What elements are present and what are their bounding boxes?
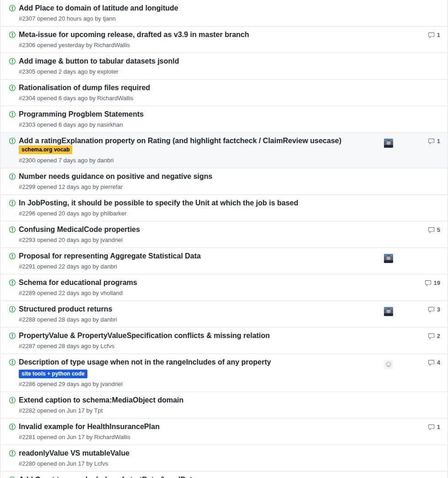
open-issue-icon bbox=[9, 423, 19, 430]
issue-row: In JobPosting, it should be possible to … bbox=[0, 194, 448, 221]
issue-author-link[interactable]: tjann bbox=[103, 15, 116, 22]
issue-title-link[interactable]: Rationalisation of dump files required bbox=[19, 84, 150, 91]
issue-meta: #2296 opened 20 days ago by philbarker bbox=[19, 210, 372, 217]
issue-state-cell bbox=[0, 252, 19, 270]
issue-title-line: Proposal for representing Aggregate Stat… bbox=[19, 252, 372, 261]
issue-row: Confusing MedicalCode properties #2293 o… bbox=[0, 221, 448, 247]
comments-link[interactable]: 3 bbox=[428, 306, 440, 313]
issue-main: Meta-issue for upcoming release, drafted… bbox=[19, 30, 372, 49]
issue-title-line: Description of type usage when not in th… bbox=[19, 358, 372, 378]
issue-title-link[interactable]: PropertyValue & PropertyValueSpecificati… bbox=[19, 332, 270, 339]
comment-icon bbox=[428, 359, 435, 366]
comments-link[interactable]: 1 bbox=[428, 32, 440, 39]
issue-number: #2299 bbox=[19, 183, 35, 190]
comments-link[interactable]: 2 bbox=[428, 333, 440, 340]
issue-title-line: Meta-issue for upcoming release, drafted… bbox=[19, 30, 372, 39]
comment-count: 2 bbox=[437, 333, 440, 340]
issue-title-link[interactable]: Proposal for representing Aggregate Stat… bbox=[19, 252, 201, 260]
issue-author-link[interactable]: Lcfvs bbox=[94, 460, 108, 467]
issue-author-link[interactable]: RichardWallis bbox=[94, 42, 130, 48]
open-issue-icon bbox=[9, 359, 19, 366]
issue-row: Add Grant to rangeIncludes of startDate … bbox=[0, 471, 448, 478]
issue-state-cell bbox=[0, 110, 19, 129]
issue-number: #2296 bbox=[19, 210, 35, 217]
issue-author-link[interactable]: pierrefar bbox=[101, 183, 123, 190]
issue-title-link[interactable]: Invalid example for HealthInsurancePlan bbox=[19, 423, 160, 430]
danbri-avatar-image[interactable] bbox=[384, 254, 393, 263]
issue-author-link[interactable]: danbri bbox=[101, 263, 117, 270]
issue-author-link[interactable]: exploter bbox=[97, 68, 118, 75]
issue-row: Extend caption to schema:MediaObject dom… bbox=[0, 392, 448, 418]
issue-number: #2282 bbox=[19, 407, 35, 414]
danbri-avatar[interactable] bbox=[384, 139, 393, 148]
issue-title-link[interactable]: Confusing MedicalCode properties bbox=[19, 226, 140, 233]
issue-state-cell bbox=[0, 278, 19, 297]
open-issue-icon bbox=[9, 279, 19, 286]
issue-title-link[interactable]: Structured product returns bbox=[19, 305, 112, 313]
comments-link[interactable]: 5 bbox=[428, 226, 440, 234]
issue-opened-text: opened on Jun 17 by bbox=[37, 434, 92, 440]
issue-author-link[interactable]: vholland bbox=[101, 290, 123, 296]
issue-author-link[interactable]: jvandriel bbox=[101, 381, 123, 387]
danbri-avatar[interactable] bbox=[384, 307, 393, 316]
open-issue-icon bbox=[9, 31, 19, 38]
issue-title-line: Add Grant to rangeIncludes of startDate … bbox=[19, 475, 372, 478]
comments-link[interactable]: 1 bbox=[428, 424, 440, 431]
issue-title-link[interactable]: Description of type usage when not in th… bbox=[19, 358, 271, 366]
issue-main: Programming Progblem Statements #2303 op… bbox=[19, 110, 372, 129]
issue-state-cell bbox=[0, 57, 19, 75]
issue-title-link[interactable]: Add Grant to rangeIncludes of startDate … bbox=[19, 476, 196, 478]
issue-row: Schema for educational programs #2289 op… bbox=[0, 274, 448, 301]
issue-author-link[interactable]: Lcfvs bbox=[101, 343, 114, 349]
issue-meta: #2287 opened 28 days ago by Lcfvs bbox=[19, 343, 372, 350]
issue-meta: #2303 opened 6 days ago by nasirkhan bbox=[19, 121, 372, 129]
issue-author-link[interactable]: RichardWallis bbox=[97, 95, 133, 102]
issue-title-link[interactable]: Programming Progblem Statements bbox=[19, 110, 144, 118]
issue-opened-text: opened 22 days ago by bbox=[37, 290, 99, 296]
issue-title-line: PropertyValue & PropertyValueSpecificati… bbox=[19, 331, 372, 340]
issue-right-col bbox=[372, 57, 440, 75]
comments-link[interactable]: 4 bbox=[428, 359, 440, 366]
issue-title-link[interactable]: Add image & button to tabular datasets j… bbox=[19, 57, 179, 65]
issue-title-link[interactable]: Add Place to domain of latitude and long… bbox=[19, 4, 178, 12]
issue-state-cell bbox=[0, 83, 19, 102]
issue-author-link[interactable]: nasirkhan bbox=[97, 121, 123, 128]
issue-state-cell bbox=[0, 331, 19, 350]
issue-title-link[interactable]: Add a ratingExplanation property on Rati… bbox=[19, 137, 341, 145]
issue-opened-text: opened 28 days ago by bbox=[37, 316, 99, 323]
issue-title-link[interactable]: readonlyValue VS mutableValue bbox=[19, 449, 130, 457]
issue-right-col bbox=[372, 4, 440, 22]
issue-author-link[interactable]: RichardWallis bbox=[94, 434, 130, 440]
issue-row: Programming Progblem Statements #2303 op… bbox=[0, 106, 448, 132]
comment-count: 3 bbox=[437, 306, 440, 313]
issue-number: #2280 bbox=[19, 460, 35, 467]
issue-label[interactable]: schema.org vocab bbox=[19, 145, 72, 154]
issue-number: #2281 bbox=[19, 434, 35, 440]
danbri-avatar-image[interactable] bbox=[384, 139, 393, 148]
comments-link[interactable]: 19 bbox=[425, 279, 440, 287]
issue-author-link[interactable]: jvandriel bbox=[101, 236, 123, 243]
issue-title-link[interactable]: Meta-issue for upcoming release, drafted… bbox=[19, 31, 249, 38]
issue-title-link[interactable]: Number needs guidance on positive and ne… bbox=[19, 172, 212, 180]
issue-author-link[interactable]: philbarker bbox=[101, 210, 127, 217]
issue-state-cell bbox=[0, 225, 19, 244]
issue-title-link[interactable]: In JobPosting, it should be possible to … bbox=[19, 199, 298, 207]
jvandriel-avatar[interactable] bbox=[384, 360, 393, 369]
issue-title-link[interactable]: Extend caption to schema:MediaObject dom… bbox=[19, 396, 184, 404]
issue-author-link[interactable]: danbri bbox=[97, 157, 113, 164]
issue-right-col: 19 bbox=[372, 278, 440, 297]
open-issue-icon bbox=[9, 111, 19, 118]
issue-state-cell bbox=[0, 396, 19, 414]
issue-title-link[interactable]: Schema for educational programs bbox=[19, 279, 137, 286]
issue-author-link[interactable]: Tpt bbox=[94, 407, 103, 414]
issue-label[interactable]: site tools + python code bbox=[19, 370, 87, 378]
issue-row: Add image & button to tabular datasets j… bbox=[0, 53, 448, 79]
jvandriel-avatar-image[interactable] bbox=[384, 360, 393, 369]
issue-right-col: 1 bbox=[372, 30, 440, 49]
danbri-avatar-image[interactable] bbox=[384, 307, 393, 316]
issue-author-link[interactable]: danbri bbox=[101, 316, 117, 323]
danbri-avatar[interactable] bbox=[384, 254, 393, 263]
issue-opened-text: opened 28 days ago by bbox=[37, 343, 99, 349]
issue-main: Add a ratingExplanation property on Rati… bbox=[19, 136, 372, 164]
comments-link[interactable]: 1 bbox=[428, 138, 440, 145]
